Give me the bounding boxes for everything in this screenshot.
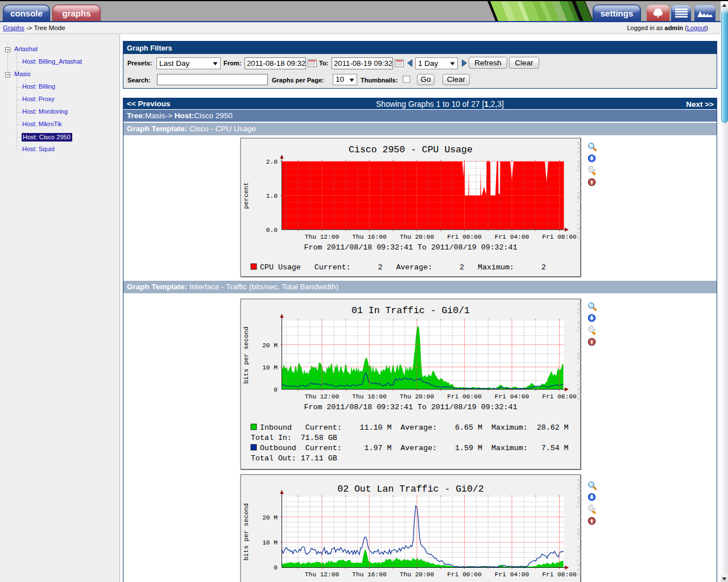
svg-text:Fri 00:00: Fri 00:00 <box>447 393 482 400</box>
svg-text:Thu 12:00: Thu 12:00 <box>305 571 340 578</box>
svg-text:Thu 16:00: Thu 16:00 <box>352 393 387 400</box>
svg-text:Fri 04:00: Fri 04:00 <box>495 393 530 400</box>
svg-text:Fri 04:00: Fri 04:00 <box>495 234 530 240</box>
svg-text:10 M: 10 M <box>262 539 278 546</box>
svg-text:Inbound Current: 11.10 M: Inbound Current: 11.10 M Average: 6.65 M… <box>260 423 569 432</box>
svg-text:01 In Traffic - Gi0/1: 01 In Traffic - Gi0/1 <box>351 305 470 316</box>
svg-text:RRDTOOL / TOBI OETIKER: RRDTOOL / TOBI OETIKER <box>576 142 581 241</box>
svg-text:10 M: 10 M <box>262 364 278 371</box>
svg-text:0.0: 0.0 <box>266 227 278 234</box>
svg-text:Thu 20:00: Thu 20:00 <box>400 571 435 578</box>
svg-text:From 2011/08/18 09:32:41 To 20: From 2011/08/18 09:32:41 To 2011/08/19 0… <box>304 243 517 252</box>
svg-text:Fri 00:00: Fri 00:00 <box>447 571 482 578</box>
svg-text:bits per second: bits per second <box>243 327 250 384</box>
svg-text:Outbound Current: 1.97 M: Outbound Current: 1.97 M Average: 1.59 M… <box>260 444 569 452</box>
svg-text:Fri 00:00: Fri 00:00 <box>447 234 482 240</box>
svg-text:20 M: 20 M <box>262 342 278 349</box>
svg-text:Total In: 71.58 GB: Total In: 71.58 GB <box>251 434 337 442</box>
svg-text:Fri 08:00: Fri 08:00 <box>542 393 577 400</box>
svg-text:Thu 16:00: Thu 16:00 <box>352 234 387 240</box>
svg-text:1.0: 1.0 <box>266 193 278 199</box>
svg-text:bits per second: bits per second <box>243 504 250 561</box>
svg-text:Thu 12:00: Thu 12:00 <box>305 234 340 240</box>
svg-text:Thu 20:00: Thu 20:00 <box>400 234 435 240</box>
svg-text:20 M: 20 M <box>262 514 278 521</box>
svg-text:RRDTOOL / TOBI OETIKER: RRDTOOL / TOBI OETIKER <box>576 479 581 577</box>
svg-text:From 2011/08/18 09:32:41 To 20: From 2011/08/18 09:32:41 To 2011/08/19 0… <box>304 403 517 411</box>
svg-text:Cisco 2950 - CPU Usage: Cisco 2950 - CPU Usage <box>349 144 473 155</box>
svg-text:CPU Usage Current: 2: CPU Usage Current: 2 Average: 2 Maximum:… <box>260 263 546 272</box>
svg-text:Total Out: 17.11 GB: Total Out: 17.11 GB <box>251 454 337 463</box>
svg-text:percent: percent <box>243 182 250 209</box>
svg-text:RRDTOOL / TOBI OETIKER: RRDTOOL / TOBI OETIKER <box>576 303 581 402</box>
svg-text:0: 0 <box>274 386 278 393</box>
svg-text:2.0: 2.0 <box>266 159 278 165</box>
svg-text:0: 0 <box>274 564 278 571</box>
svg-text:Fri 04:00: Fri 04:00 <box>495 571 530 578</box>
svg-text:Fri 08:00: Fri 08:00 <box>542 571 577 578</box>
svg-text:Thu 16:00: Thu 16:00 <box>352 571 387 578</box>
svg-text:Thu 12:00: Thu 12:00 <box>305 393 340 400</box>
svg-text:02 Out Lan Traffic - Gi0/2: 02 Out Lan Traffic - Gi0/2 <box>337 484 483 494</box>
svg-text:Thu 20:00: Thu 20:00 <box>400 393 435 400</box>
svg-text:Fri 08:00: Fri 08:00 <box>542 234 577 240</box>
